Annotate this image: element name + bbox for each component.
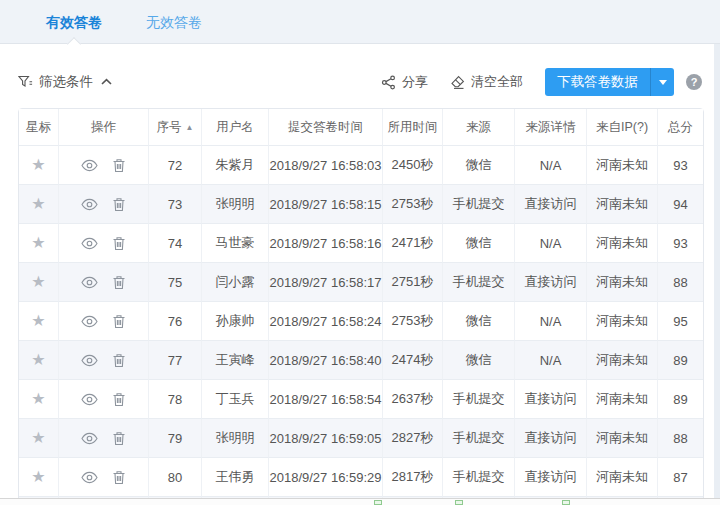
share-label: 分享 [402,73,428,91]
column-header-3: 用户名 [202,109,269,146]
cell-submit_time: 2018/9/27 16:58:03 [269,146,383,185]
cell-score: 95 [658,302,703,341]
cell-submit_time: 2018/9/27 16:58:24 [269,302,383,341]
cell-ip: 河南未知 [587,224,658,263]
cell-seq: 75 [149,263,202,302]
cell-source_detail: 直接访问 [515,185,587,224]
cell-username: 王伟勇 [202,458,269,497]
column-header-4: 提交答卷时间 [269,109,383,146]
cell-duration: 2751秒 [383,263,443,302]
share-button[interactable]: 分享 [381,73,428,91]
star-icon[interactable]: ★ [31,234,45,251]
eye-icon[interactable] [81,393,98,406]
column-header-5: 所用时间 [383,109,443,146]
star-icon[interactable]: ★ [31,390,45,407]
cell-username: 马世豪 [202,224,269,263]
star-icon[interactable]: ★ [31,156,45,173]
toolbar-actions: 分享 清空全部 下载答卷数据 ? [381,68,702,96]
eye-icon[interactable] [81,432,98,445]
table-row: ★76孙康帅2018/9/27 16:58:242753秒微信N/A河南未知95 [19,302,703,341]
cell-ip: 河南未知 [587,185,658,224]
eye-icon[interactable] [81,276,98,289]
cell-seq: 77 [149,341,202,380]
cell-score: 89 [658,380,703,419]
trash-icon[interactable] [112,392,126,407]
responses-table: 星标操作序号▲用户名提交答卷时间所用时间来源来源详情来自IP(?)总分 ★72朱… [18,108,704,505]
trash-icon[interactable] [112,314,126,329]
tab-bar: 有效答卷 无效答卷 [0,0,720,44]
header-row: 星标操作序号▲用户名提交答卷时间所用时间来源来源详情来自IP(?)总分 [19,109,703,146]
filter-conditions-toggle[interactable]: 筛选条件 [18,73,118,91]
cell-submit_time: 2018/9/27 16:59:29 [269,458,383,497]
star-icon[interactable]: ★ [31,468,45,485]
clear-all-button[interactable]: 清空全部 [450,73,523,91]
eye-icon[interactable] [81,354,98,367]
eye-icon[interactable] [81,198,98,211]
cell-source: 微信 [443,302,515,341]
cell-username: 孙康帅 [202,302,269,341]
cell-username: 闫小露 [202,263,269,302]
cell-source_detail: 直接访问 [515,380,587,419]
cell-seq: 78 [149,380,202,419]
star-icon[interactable]: ★ [31,273,45,290]
cell-source: 微信 [443,224,515,263]
background-artifact-icon [455,500,463,505]
cell-seq: 79 [149,419,202,458]
tab-invalid-responses[interactable]: 无效答卷 [146,0,202,44]
trash-icon[interactable] [112,197,126,212]
cell-submit_time: 2018/9/27 16:58:40 [269,341,383,380]
responses-table-container: 星标操作序号▲用户名提交答卷时间所用时间来源来源详情来自IP(?)总分 ★72朱… [18,108,702,505]
column-header-2[interactable]: 序号▲ [149,109,202,146]
cell-seq: 80 [149,458,202,497]
trash-icon[interactable] [112,470,126,485]
eye-icon[interactable] [81,315,98,328]
sort-ascending-icon[interactable]: ▲ [186,123,194,132]
cell-score: 88 [658,419,703,458]
trash-icon[interactable] [112,353,126,368]
eye-icon[interactable] [81,237,98,250]
tab-valid-label: 有效答卷 [46,14,102,30]
cell-duration: 2753秒 [383,302,443,341]
eye-icon[interactable] [81,159,98,172]
trash-icon[interactable] [112,158,126,173]
column-header-1: 操作 [59,109,149,146]
trash-icon[interactable] [112,275,126,290]
download-answers-split-button: 下载答卷数据 [545,68,674,96]
table-row: ★78丁玉兵2018/9/27 16:58:542637秒手机提交直接访问河南未… [19,380,703,419]
cell-submit_time: 2018/9/27 16:58:17 [269,263,383,302]
table-body: ★72朱紫月2018/9/27 16:58:032450秒微信N/A河南未知93… [19,146,703,505]
cell-ip: 河南未知 [587,263,658,302]
window-edge-scrollbar-track[interactable] [714,0,720,505]
cell-source_detail: N/A [515,302,587,341]
cell-duration: 2637秒 [383,380,443,419]
cell-username: 朱紫月 [202,146,269,185]
column-header-8: 来自IP(?) [587,109,658,146]
table-row: ★79张明明2018/9/27 16:59:052827秒手机提交直接访问河南未… [19,419,703,458]
column-header-0: 星标 [19,109,59,146]
column-label: 来源详情 [526,120,576,134]
download-answers-button[interactable]: 下载答卷数据 [545,68,650,96]
star-icon[interactable]: ★ [31,351,45,368]
trash-icon[interactable] [112,431,126,446]
help-button[interactable]: ? [686,74,702,90]
column-header-6: 来源 [443,109,515,146]
cell-score: 89 [658,341,703,380]
trash-icon[interactable] [112,236,126,251]
cell-score: 93 [658,224,703,263]
download-dropdown-toggle[interactable] [650,68,674,96]
clear-all-label: 清空全部 [471,73,523,91]
cell-score: 88 [658,263,703,302]
cell-source_detail: N/A [515,146,587,185]
question-icon: ? [691,76,698,88]
eye-icon[interactable] [81,471,98,484]
cell-source_detail: 直接访问 [515,263,587,302]
tab-valid-responses[interactable]: 有效答卷 [46,0,102,44]
cell-username: 王寅峰 [202,341,269,380]
cell-duration: 2450秒 [383,146,443,185]
column-label: 来自IP(?) [596,120,648,134]
filter-label: 筛选条件 [39,73,93,91]
star-icon[interactable]: ★ [31,429,45,446]
column-label: 用户名 [216,120,254,134]
star-icon[interactable]: ★ [31,312,45,329]
star-icon[interactable]: ★ [31,195,45,212]
